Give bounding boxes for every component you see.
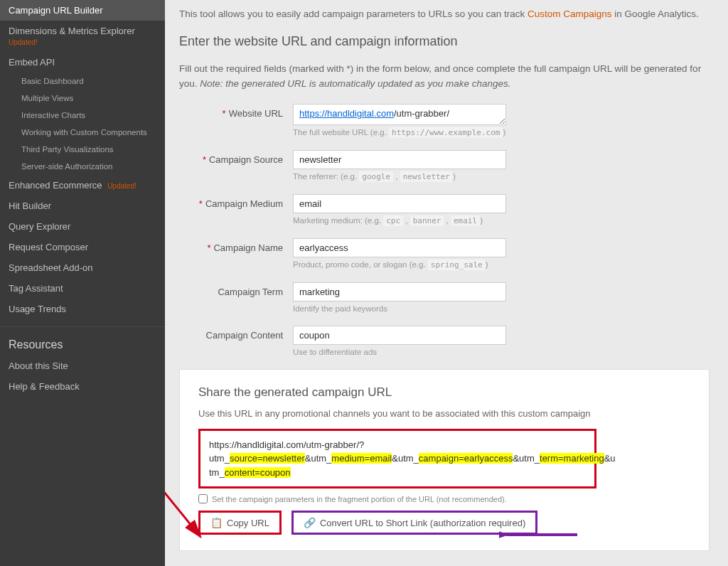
share-title: Share the generated campaign URL (198, 385, 690, 400)
updated-badge: Updated! (107, 182, 136, 190)
intro-pre: This tool allows you to easily add campa… (179, 9, 528, 19)
sidebar-item-dimensions-metrics[interactable]: Dimensions & Metrics Explorer Updated! (0, 21, 165, 52)
campaign-content-input[interactable] (293, 326, 506, 345)
sub-intro: Fill out the required fields (marked wit… (179, 62, 710, 91)
campaign-name-hint: Product, promo code, or slogan (e.g. spr… (293, 260, 506, 269)
generated-url-box[interactable]: https://handldigital.com/utm-grabber/? u… (198, 429, 596, 489)
campaign-term-input[interactable] (293, 282, 506, 301)
sidebar-sub-basic-dashboard[interactable]: Basic Dashboard (0, 73, 165, 90)
sidebar-sub-server-side-auth[interactable]: Server-side Authorization (0, 158, 165, 175)
campaign-medium-input[interactable] (293, 194, 506, 213)
sub-intro-note: Note: the generated URL is automatically… (200, 78, 510, 89)
sidebar-sub-multiple-views[interactable]: Multiple Views (0, 90, 165, 107)
updated-badge: Updated! (9, 38, 38, 46)
sidebar-item-spreadsheet-addon[interactable]: Spreadsheet Add-on (0, 257, 165, 278)
sidebar-sub-interactive-charts[interactable]: Interactive Charts (0, 107, 165, 124)
resources-heading: Resources (0, 334, 165, 356)
sidebar: Campaign URL Builder Dimensions & Metric… (0, 0, 165, 566)
main-content: This tool allows you to easily add campa… (165, 0, 728, 566)
custom-campaigns-link[interactable]: Custom Campaigns (528, 9, 612, 19)
sidebar-item-label: Enhanced Ecommerce (9, 180, 102, 191)
sidebar-item-tag-assistant[interactable]: Tag Assistant (0, 278, 165, 299)
convert-short-link-label: Convert URL to Short Link (authorization… (320, 518, 525, 528)
copy-url-button[interactable]: 📋 Copy URL (198, 511, 282, 535)
campaign-content-hint: Use to differentiate ads (293, 348, 506, 356)
campaign-source-label: *Campaign Source (179, 150, 293, 165)
sidebar-sub-third-party[interactable]: Third Party Visualizations (0, 141, 165, 158)
intro-text: This tool allows you to easily add campa… (179, 7, 710, 21)
share-panel: Share the generated campaign URL Use thi… (179, 369, 710, 552)
sidebar-sub-custom-components[interactable]: Working with Custom Components (0, 124, 165, 141)
campaign-medium-hint: Marketing medium: (e.g. cpc , banner , e… (293, 216, 506, 225)
convert-short-link-button[interactable]: 🔗 Convert URL to Short Link (authorizati… (291, 511, 537, 535)
campaign-medium-label: *Campaign Medium (179, 194, 293, 209)
sidebar-item-campaign-url-builder[interactable]: Campaign URL Builder (0, 0, 165, 21)
website-url-hint: The full website URL (e.g. https://www.e… (293, 128, 506, 137)
share-desc: Use this URL in any promotional channels… (198, 408, 690, 419)
sidebar-item-usage-trends[interactable]: Usage Trends (0, 299, 165, 319)
campaign-source-hint: The referrer: (e.g. google , newsletter) (293, 172, 506, 181)
sidebar-item-query-explorer[interactable]: Query Explorer (0, 216, 165, 237)
campaign-term-hint: Identify the paid keywords (293, 304, 506, 313)
sidebar-item-hit-builder[interactable]: Hit Builder (0, 196, 165, 216)
website-url-label: *Website URL (179, 104, 293, 119)
intro-post: in Google Analytics. (612, 9, 699, 19)
campaign-source-input[interactable] (293, 150, 506, 169)
sidebar-item-embed-api[interactable]: Embed API (0, 52, 165, 73)
clipboard-icon: 📋 (210, 517, 223, 528)
sidebar-item-label: Dimensions & Metrics Explorer (9, 26, 135, 36)
sidebar-item-request-composer[interactable]: Request Composer (0, 237, 165, 257)
link-icon: 🔗 (304, 517, 316, 528)
fragment-checkbox[interactable] (198, 494, 208, 503)
campaign-name-label: *Campaign Name (179, 238, 293, 253)
website-url-input[interactable]: https://handldigital.com/utm-grabber/ (293, 104, 506, 125)
fragment-checkbox-label: Set the campaign parameters in the fragm… (212, 495, 507, 503)
section-heading: Enter the website URL and campaign infor… (179, 34, 710, 49)
campaign-term-label: Campaign Term (179, 282, 293, 297)
sidebar-item-enhanced-ecommerce[interactable]: Enhanced Ecommerce Updated! (0, 175, 165, 196)
sidebar-item-about[interactable]: About this Site (0, 356, 165, 376)
sidebar-item-help-feedback[interactable]: Help & Feedback (0, 376, 165, 397)
sidebar-divider (0, 326, 165, 327)
copy-url-label: Copy URL (227, 518, 269, 528)
campaign-name-input[interactable] (293, 238, 506, 257)
campaign-content-label: Campaign Content (179, 326, 293, 341)
